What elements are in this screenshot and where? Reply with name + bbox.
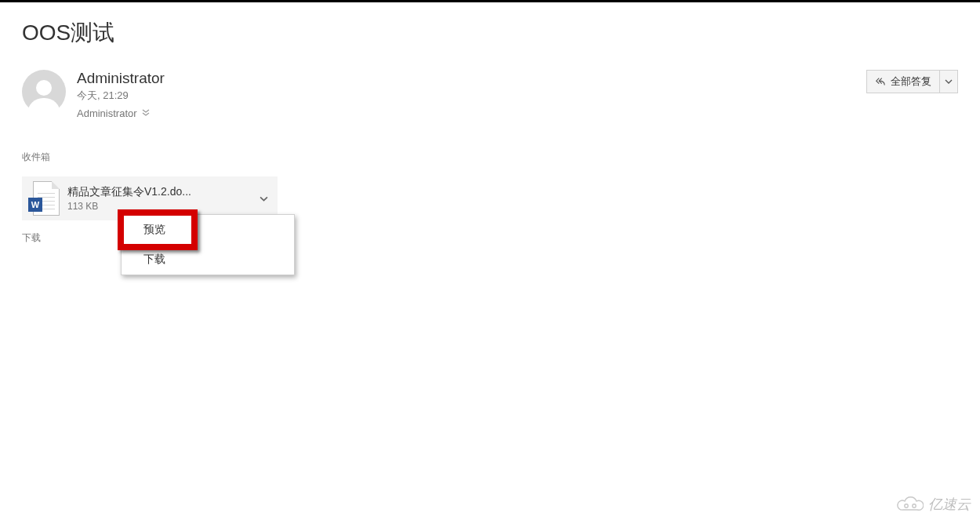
file-info: 精品文章征集令V1.2.do... 113 KB bbox=[67, 185, 248, 212]
preview-menu-item[interactable]: 预览 bbox=[122, 215, 294, 245]
reply-dropdown-button[interactable] bbox=[939, 70, 958, 93]
attachment-dropdown: 预览 下载 bbox=[121, 214, 295, 275]
attachment-area: W 精品文章征集令V1.2.do... 113 KB 下载 预览 下载 bbox=[22, 176, 958, 245]
word-file-icon: W bbox=[28, 180, 60, 216]
sender-avatar bbox=[22, 70, 66, 114]
sender-info: Administrator 今天, 21:29 Administrator bbox=[77, 70, 866, 119]
reply-actions: 全部答复 bbox=[866, 70, 958, 93]
watermark: 亿速云 bbox=[897, 495, 971, 514]
cloud-logo-icon bbox=[897, 496, 924, 513]
folder-label: 收件箱 bbox=[22, 151, 958, 164]
sent-timestamp: 今天, 21:29 bbox=[77, 89, 866, 103]
sender-name: Administrator bbox=[77, 70, 866, 87]
chevron-double-down-icon bbox=[142, 109, 150, 118]
word-badge: W bbox=[28, 198, 42, 212]
chevron-down-icon bbox=[945, 78, 953, 85]
recipient-name: Administrator bbox=[77, 107, 137, 119]
attachment-menu-button[interactable] bbox=[256, 191, 271, 206]
svg-point-0 bbox=[905, 504, 908, 507]
file-name: 精品文章征集令V1.2.do... bbox=[67, 185, 248, 199]
message-header: Administrator 今天, 21:29 Administrator 全部… bbox=[22, 70, 958, 119]
watermark-text: 亿速云 bbox=[928, 495, 971, 514]
reply-all-button[interactable]: 全部答复 bbox=[866, 70, 939, 93]
recipient-line[interactable]: Administrator bbox=[77, 107, 866, 119]
reply-all-label: 全部答复 bbox=[891, 75, 931, 89]
reply-all-icon bbox=[875, 76, 886, 87]
svg-point-1 bbox=[913, 504, 916, 507]
chevron-down-icon bbox=[260, 195, 268, 203]
email-subject: OOS测试 bbox=[22, 18, 958, 48]
file-size: 113 KB bbox=[67, 201, 248, 212]
download-menu-item[interactable]: 下载 bbox=[122, 245, 294, 275]
